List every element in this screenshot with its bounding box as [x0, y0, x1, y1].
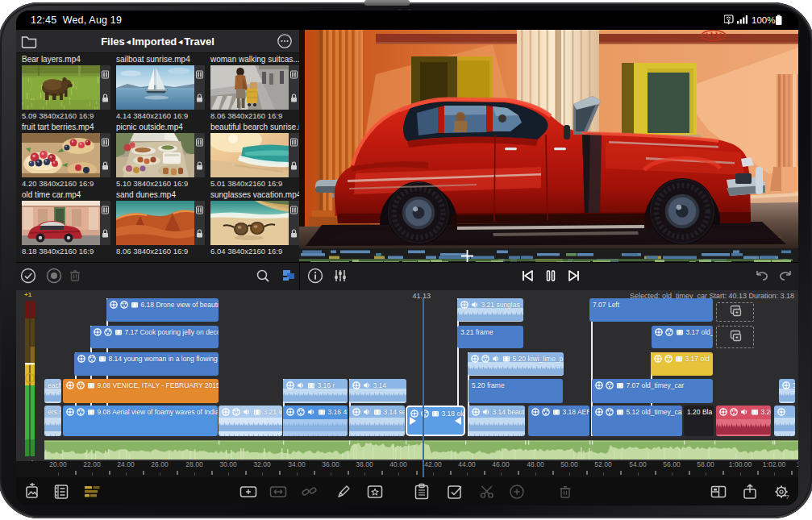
svg-text:?: ? [785, 493, 789, 501]
svg-text:100%: 100% [752, 15, 775, 25]
